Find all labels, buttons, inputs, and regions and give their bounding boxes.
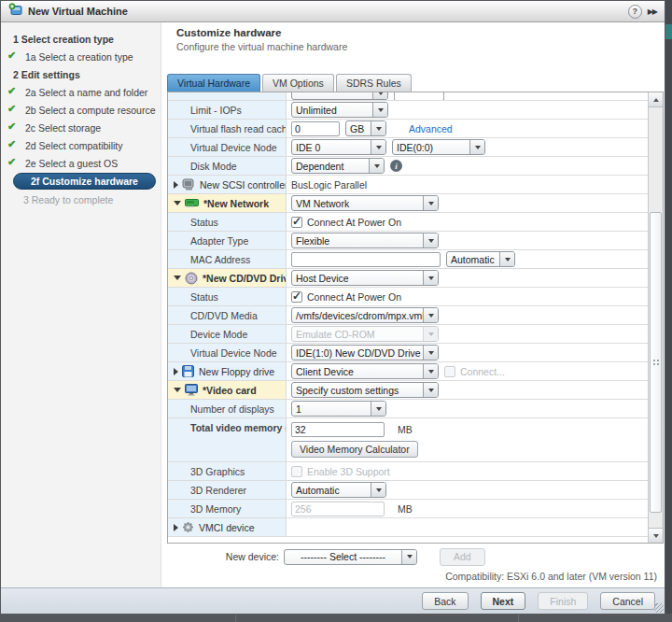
caret-triangle [428, 332, 434, 336]
sidebar-item-label: 2 Edit settings [13, 69, 80, 80]
row-label: MAC Address [190, 254, 250, 265]
checkbox-box[interactable] [291, 217, 302, 228]
row-label-cell: Status [168, 288, 287, 305]
sidebar-item-label: 2c Select storage [25, 122, 101, 134]
sidebar-item-2c-select-storage[interactable]: ✔2c Select storage [1, 119, 161, 136]
row-label: 3D Memory [190, 503, 241, 515]
checkbox-box[interactable] [291, 291, 302, 303]
dropdown-caret-icon [423, 233, 438, 247]
row-status: StatusConnect At Power On [168, 288, 648, 306]
dropdown-value: Flexible [292, 235, 423, 247]
virtual-flash-read-cache-advanced-link[interactable]: Advanced [409, 123, 453, 134]
caret-triangle [428, 276, 434, 280]
video-memory-calculator-button[interactable]: Video Memory Calculator [291, 441, 418, 458]
expand-arrow-icon[interactable] [174, 368, 178, 375]
scroll-up-button[interactable] [649, 92, 663, 107]
3d-renderer-dropdown[interactable]: Automatic [291, 482, 386, 498]
sidebar-item-2a-select-a-name-and-folder[interactable]: ✔2a Select a name and folder [1, 83, 161, 101]
limit-iops-dropdown[interactable]: Unlimited [291, 102, 388, 118]
resize-grip-icon[interactable] [654, 603, 664, 613]
disk-mode-dropdown[interactable]: Dependent [291, 158, 385, 174]
mac-address-input[interactable] [291, 252, 441, 267]
new-floppy-drive-checkbox: Connect... [444, 366, 505, 377]
row-control-cell [287, 518, 648, 536]
virtual-device-node-dropdown[interactable]: IDE(0:0) [392, 139, 485, 155]
video-card-dropdown[interactable]: Specify custom settings [291, 382, 439, 398]
status-checkbox[interactable]: Connect At Power On [291, 291, 401, 303]
new-cd-dvd-drive-dropdown[interactable]: Host Device [291, 270, 439, 286]
row-number-of-displays: Number of displays1 [168, 400, 648, 418]
caret-triangle [428, 351, 434, 355]
new-network-dropdown[interactable]: VM Network [291, 195, 439, 211]
next-button[interactable]: Next [481, 592, 526, 610]
row-control-cell: Connect At Power On [287, 288, 648, 305]
expand-arrow-icon[interactable] [174, 524, 178, 531]
collapse-arrow-icon[interactable] [174, 276, 181, 280]
row-control-cell: Automatic [287, 250, 648, 268]
scroll-down-button[interactable] [649, 528, 663, 543]
unit-label: MB [398, 503, 413, 515]
collapse-arrows-icon[interactable]: ▶▶ [648, 7, 657, 16]
scrollbar-thumb[interactable] [650, 212, 662, 513]
cd-dvd-media-dropdown[interactable]: /vmfs/devices/cdrom/mpx.vmhba36:0 [291, 307, 439, 323]
collapse-arrow-icon[interactable] [174, 388, 181, 392]
sidebar-item-label: 3 Ready to complete [23, 194, 113, 205]
virtual-flash-read-cache-dropdown[interactable]: GB [345, 120, 386, 136]
virtual-flash-read-cache-input[interactable] [291, 121, 340, 136]
row-control-cell: Automatic [287, 481, 648, 499]
tab-vm-options[interactable]: VM Options [262, 74, 334, 92]
collapse-arrow-icon[interactable] [174, 201, 181, 205]
dropdown-value: Automatic [292, 485, 371, 496]
caret-triangle [376, 146, 382, 149]
tab-virtual-hardware[interactable]: Virtual Hardware [167, 74, 260, 92]
status-checkbox[interactable]: Connect At Power On [291, 217, 401, 228]
caret-triangle [428, 314, 434, 318]
dropdown-caret-icon [371, 121, 385, 135]
dropdown-value: /vmfs/devices/cdrom/mpx.vmhba36:0 [292, 310, 423, 321]
row-control-cell: Enable 3D Support [287, 462, 648, 480]
row-label: *New Network [203, 198, 269, 209]
row-new-scsi-controller: New SCSI controllerBusLogic Parallel [168, 176, 648, 194]
new-device-dropdown[interactable]: -------- Select -------- [284, 549, 417, 565]
dropdown-caret-icon [401, 550, 416, 564]
dropdown-value: VM Network [292, 198, 423, 209]
tab-sdrs-rules[interactable]: SDRS Rules [336, 74, 412, 92]
sidebar-item-2e-select-a-guest-os[interactable]: ✔2e Select a guest OS [1, 154, 161, 172]
vertical-scrollbar[interactable] [648, 92, 663, 543]
row-label: Status [190, 217, 218, 228]
virtual-device-node-dropdown[interactable]: IDE(1:0) New CD/DVD Drive [291, 345, 439, 360]
page-title: Customize hardware [176, 27, 665, 38]
sidebar-item-2b-select-a-compute-resource[interactable]: ✔2b Select a compute resource [1, 101, 161, 119]
caret-triangle [428, 202, 434, 205]
adapter-type-dropdown[interactable]: Flexible [291, 233, 439, 248]
back-button[interactable]: Back [422, 592, 468, 610]
row-label-cell: *New Network [168, 194, 287, 212]
new-floppy-drive-dropdown[interactable]: Client Device [291, 363, 439, 379]
sidebar-item-2f-customize-hardware[interactable]: 2f Customize hardware [13, 173, 156, 190]
expand-arrow-icon[interactable] [174, 181, 178, 189]
virtual-device-node-dropdown[interactable]: IDE 0 [291, 139, 386, 155]
device-mode-dropdown: Emulate CD-ROM [291, 326, 439, 342]
row-label-cell: Device Mode [168, 325, 287, 343]
dropdown-value: IDE(1:0) New CD/DVD Drive [292, 347, 423, 359]
row-3d-memory: 3D MemoryMB [168, 500, 648, 518]
row-video-card: *Video cardSpecify custom settings [168, 381, 648, 400]
row-label: Virtual flash read cache [190, 123, 287, 134]
sidebar-item-2d-select-compatibility[interactable]: ✔2d Select compatibility [1, 136, 161, 154]
sidebar-item-1a-select-a-creation-type[interactable]: ✔1a Select a creation type [1, 48, 161, 65]
cd-dvd-drive-icon [185, 272, 198, 285]
dropdown-value: Dependent [292, 161, 369, 172]
info-icon[interactable]: i [390, 160, 402, 172]
scsi-controller-icon [182, 178, 195, 191]
cancel-button[interactable]: Cancel [600, 592, 655, 610]
mac-address-dropdown[interactable]: Automatic [446, 251, 515, 267]
row-control-cell: 1 [287, 400, 648, 417]
total-video-memory-input[interactable] [291, 422, 385, 437]
caret-triangle [376, 407, 382, 411]
help-icon[interactable]: ? [628, 5, 642, 19]
caret-triangle [376, 488, 382, 492]
row-cd-dvd-media: CD/DVD Media/vmfs/devices/cdrom/mpx.vmhb… [168, 306, 648, 325]
check-icon: ✔ [7, 85, 16, 97]
row-control-cell: Unlimited [287, 101, 648, 119]
number-of-displays-dropdown[interactable]: 1 [291, 401, 386, 417]
